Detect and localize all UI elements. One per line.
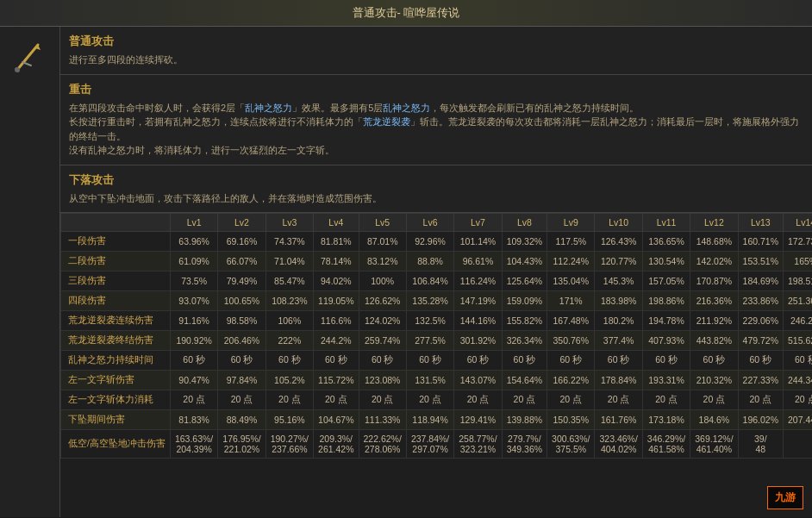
row-6-col-1: 60 秒 <box>218 351 265 371</box>
col-label <box>61 214 171 232</box>
row-7-col-13: 244.34% <box>784 371 812 390</box>
row-10-col-10: 346.29%/ 461.58% <box>642 430 690 459</box>
row-0-col-2: 74.37% <box>265 232 313 252</box>
row-0-col-10: 136.65% <box>642 232 690 252</box>
row-7-col-6: 143.07% <box>454 371 502 390</box>
row-2-label: 三段伤害 <box>61 271 171 291</box>
row-8-col-13: 20 点 <box>784 390 812 410</box>
row-2-col-0: 73.5% <box>170 271 217 291</box>
row-9-col-0: 81.83% <box>170 410 217 430</box>
row-9-col-2: 95.16% <box>265 410 313 430</box>
heavy-attack-text3: 没有乱神之怒力时，将消耗体力，进行一次猛烈的左一文字斩。 <box>69 143 803 158</box>
row-4-col-4: 124.02% <box>359 311 406 331</box>
row-1-col-3: 78.14% <box>314 252 359 271</box>
table-row: 低空/高空坠地冲击伤害163.63%/ 204.39%176.95%/ 221.… <box>61 430 813 459</box>
row-8-col-0: 20 点 <box>170 390 217 410</box>
row-5-col-1: 206.46% <box>218 331 265 351</box>
row-9-col-8: 150.35% <box>547 410 595 430</box>
row-4-col-9: 180.2% <box>595 311 642 331</box>
row-10-col-13 <box>784 430 812 459</box>
row-8-col-2: 20 点 <box>265 390 313 410</box>
row-10-col-7: 279.7%/ 349.36% <box>502 430 547 459</box>
row-10-col-1: 176.95%/ 221.02% <box>218 430 265 459</box>
row-5-col-6: 301.92% <box>454 331 502 351</box>
row-0-col-4: 87.01% <box>359 232 406 252</box>
row-3-col-11: 216.36% <box>690 291 738 311</box>
row-9-col-3: 104.67% <box>314 410 359 430</box>
row-4-col-12: 229.06% <box>738 311 783 331</box>
row-0-col-12: 160.71% <box>738 232 783 252</box>
row-10-col-3: 209.3%/ 261.42% <box>314 430 359 459</box>
row-7-col-3: 115.72% <box>314 371 359 390</box>
row-3-col-13: 251.36% <box>784 291 812 311</box>
row-8-col-10: 20 点 <box>642 390 690 410</box>
sword-icon <box>9 35 52 78</box>
row-6-col-8: 60 秒 <box>547 351 595 371</box>
row-0-col-7: 109.32% <box>502 232 547 252</box>
row-9-col-1: 88.49% <box>218 410 265 430</box>
row-7-col-10: 193.31% <box>642 371 690 390</box>
row-8-col-1: 20 点 <box>218 390 265 410</box>
row-7-col-9: 178.84% <box>595 371 642 390</box>
row-7-col-4: 123.08% <box>359 371 406 390</box>
row-2-col-4: 100% <box>359 271 406 291</box>
row-0-col-0: 63.96% <box>170 232 217 252</box>
table-row: 乱神之怒力持续时间60 秒60 秒60 秒60 秒60 秒60 秒60 秒60 … <box>61 351 813 371</box>
row-9-col-9: 161.76% <box>595 410 642 430</box>
row-10-col-5: 237.84%/ 297.07% <box>406 430 453 459</box>
row-6-col-3: 60 秒 <box>314 351 359 371</box>
row-4-col-13: 246.2% <box>784 311 812 331</box>
row-7-label: 左一文字斩伤害 <box>61 371 171 390</box>
row-8-label: 左一文字斩体力消耗 <box>61 390 171 410</box>
plunge-section: 下落攻击 从空中下坠冲击地面，攻击下落路径上的敌人，并在落地时造成范围伤害。 <box>60 165 812 214</box>
row-0-col-9: 126.43% <box>595 232 642 252</box>
main-content[interactable]: 普通攻击 进行至多四段的连续挥砍。 重击 在第四段攻击命中时叙人时，会获得2层「… <box>60 27 812 517</box>
stats-table-container: Lv1Lv2Lv3Lv4Lv5Lv6Lv7Lv8Lv9Lv10Lv11Lv12L… <box>60 213 812 459</box>
normal-attack-title: 普通攻击 <box>69 34 803 49</box>
row-0-label: 一段伤害 <box>61 232 171 252</box>
row-1-col-11: 142.02% <box>690 252 738 271</box>
row-6-col-7: 60 秒 <box>502 351 547 371</box>
table-header-row: Lv1Lv2Lv3Lv4Lv5Lv6Lv7Lv8Lv9Lv10Lv11Lv12L… <box>61 214 813 232</box>
row-4-col-3: 116.6% <box>314 311 359 331</box>
watermark: 九游 <box>767 486 803 509</box>
row-6-col-9: 60 秒 <box>595 351 642 371</box>
row-5-label: 荒龙逆裂袭终结伤害 <box>61 331 171 351</box>
table-row: 荒龙逆裂袭终结伤害190.92%206.46%222%244.2%259.74%… <box>61 331 813 351</box>
row-10-col-6: 258.77%/ 323.21% <box>454 430 502 459</box>
row-6-col-6: 60 秒 <box>454 351 502 371</box>
row-5-col-7: 326.34% <box>502 331 547 351</box>
row-10-col-0: 163.63%/ 204.39% <box>170 430 217 459</box>
row-8-col-5: 20 点 <box>406 390 453 410</box>
row-5-col-4: 259.74% <box>359 331 406 351</box>
row-3-col-1: 100.65% <box>218 291 265 311</box>
row-1-col-1: 66.07% <box>218 252 265 271</box>
row-4-col-10: 194.78% <box>642 311 690 331</box>
row-2-col-12: 184.69% <box>738 271 783 291</box>
row-1-col-0: 61.09% <box>170 252 217 271</box>
row-1-col-6: 96.61% <box>454 252 502 271</box>
col-lv11: Lv11 <box>642 214 690 232</box>
row-6-col-13: 60 秒 <box>784 351 812 371</box>
table-row: 荒龙逆裂袭连续伤害91.16%98.58%106%116.6%124.02%13… <box>61 311 813 331</box>
row-9-col-4: 111.33% <box>359 410 406 430</box>
row-3-col-6: 147.19% <box>454 291 502 311</box>
row-0-col-3: 81.81% <box>314 232 359 252</box>
heavy-attack-section: 重击 在第四段攻击命中时叙人时，会获得2层「乱神之怒力」效果。最多拥有5层乱神之… <box>60 75 812 165</box>
col-lv4: Lv4 <box>314 214 359 232</box>
row-7-col-5: 131.5% <box>406 371 453 390</box>
row-8-col-12: 20 点 <box>738 390 783 410</box>
row-3-col-5: 135.28% <box>406 291 453 311</box>
row-8-col-8: 20 点 <box>547 390 595 410</box>
row-4-label: 荒龙逆裂袭连续伤害 <box>61 311 171 331</box>
row-10-col-2: 190.27%/ 237.66% <box>265 430 313 459</box>
table-row: 左一文字斩伤害90.47%97.84%105.2%115.72%123.08%1… <box>61 371 813 390</box>
row-10-label: 低空/高空坠地冲击伤害 <box>61 430 171 459</box>
row-1-col-8: 112.24% <box>547 252 595 271</box>
row-2-col-1: 79.49% <box>218 271 265 291</box>
row-4-col-8: 167.48% <box>547 311 595 331</box>
col-lv1: Lv1 <box>170 214 217 232</box>
row-4-col-1: 98.58% <box>218 311 265 331</box>
row-10-col-9: 323.46%/ 404.02% <box>595 430 642 459</box>
row-2-col-13: 198.51% <box>784 271 812 291</box>
